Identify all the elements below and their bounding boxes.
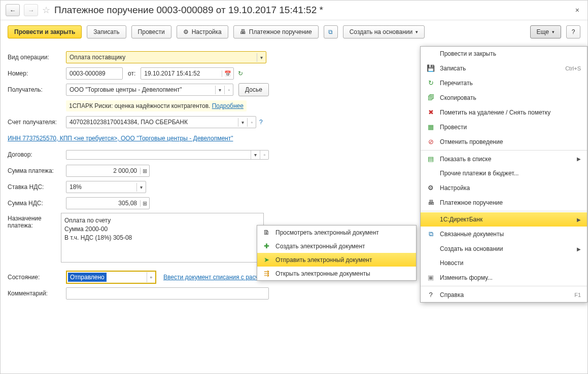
menu-create-based[interactable]: Создать на основании▶ [421, 242, 587, 256]
menu-copy[interactable]: 🗐Скопировать [421, 90, 587, 105]
menu-print[interactable]: 🖶Платежное поручение [421, 195, 587, 210]
post-button[interactable]: Провести [131, 25, 171, 39]
gear-icon: ⚙ [427, 184, 435, 192]
open-icon[interactable]: ▫ [147, 272, 155, 282]
chevron-down-icon[interactable]: ▾ [238, 118, 247, 127]
menu-create-edoc[interactable]: ✚Создать электронный документ [257, 239, 416, 253]
operation-type-label: Вид операции: [8, 54, 66, 61]
recipient-account-label: Счет получателя: [8, 119, 66, 126]
titlebar: ← → ☆ Платежное поручение 0003-000089 от… [1, 1, 587, 20]
post-and-close-button[interactable]: Провести и закрыть [8, 25, 82, 39]
operation-type-combo[interactable]: Оплата поставщику ▾ [66, 51, 266, 63]
form-icon: ▣ [427, 274, 435, 281]
menu-open-edocs[interactable]: ⇶Открыть электронные документы [257, 267, 416, 280]
chevron-down-icon[interactable]: ▾ [251, 151, 260, 159]
contract-combo[interactable]: ▾ ▫ [66, 150, 269, 160]
menu-unpost[interactable]: ⊘Отменить проведение [421, 134, 587, 149]
menu-post-close[interactable]: Провести и закрыть [421, 47, 587, 61]
recipient-label: Получатель: [8, 86, 66, 93]
operation-type-value: Оплата поставщику [66, 52, 257, 63]
payment-sum-label: Сумма платежа: [8, 167, 66, 174]
menu-news[interactable]: Новости [421, 256, 587, 270]
menu-post[interactable]: ▦Провести [421, 120, 587, 134]
send-icon: ➤ [262, 256, 270, 264]
open-icon[interactable]: ▫ [224, 86, 233, 94]
tree-icon: ⧉ [328, 28, 333, 35]
printer-icon: 🖶 [427, 199, 435, 206]
reload-icon: ↻ [427, 79, 435, 87]
menu-reread[interactable]: ↻Перечитать [421, 76, 587, 90]
state-combo[interactable]: Отправлено ▫ [66, 271, 156, 284]
save-icon: 💾 [427, 64, 435, 72]
structure-button[interactable]: ⧉ [324, 25, 338, 39]
chevron-down-icon: ▾ [416, 29, 418, 34]
toolbar: Провести и закрыть Записать Провести ⚙На… [1, 20, 587, 44]
chevron-right-icon: ▶ [577, 156, 581, 162]
payment-purpose-label: Назначение платежа: [8, 213, 61, 229]
number-label: Номер: [8, 70, 66, 77]
chevron-down-icon[interactable]: ▾ [257, 53, 266, 62]
chevron-down-icon: ▾ [552, 29, 555, 34]
contract-label: Договор: [8, 151, 66, 158]
open-icon[interactable]: ▫ [247, 118, 256, 127]
tree-icon: ⧉ [427, 230, 435, 238]
post-icon: ▦ [427, 123, 435, 131]
refresh-icon[interactable]: ↻ [238, 70, 243, 77]
menu-view-edoc[interactable]: 🗎Просмотреть электронный документ [257, 226, 416, 239]
chevron-right-icon: ▶ [577, 217, 581, 222]
vat-rate-combo[interactable]: 18% ▾ [66, 181, 146, 193]
menu-save[interactable]: 💾ЗаписатьCtrl+S [421, 61, 587, 76]
write-button[interactable]: Записать [87, 25, 126, 39]
menu-linked-docs[interactable]: ⧉Связанные документы [421, 227, 587, 242]
menu-change-form[interactable]: ▣Изменить форму... [421, 270, 587, 285]
menu-mark-delete[interactable]: ✖Пометить на удаление / Снять пометку [421, 105, 587, 120]
nav-back-button[interactable]: ← [6, 4, 20, 16]
open-icon[interactable]: ▫ [260, 151, 268, 159]
favorite-star-icon[interactable]: ☆ [42, 5, 50, 16]
menu-settings[interactable]: ⚙Настройка [421, 180, 587, 195]
recipient-inn-link[interactable]: ИНН 7737525570, КПП <не требуется>, ООО … [8, 135, 233, 142]
menu-help[interactable]: ?СправкаF1 [421, 287, 587, 302]
print-button[interactable]: 🖶Платежное поручение [233, 25, 319, 39]
window-title: Платежное поручение 0003-000089 от 19.10… [54, 3, 323, 18]
more-menu: Провести и закрыть 💾ЗаписатьCtrl+S ↻Пере… [420, 46, 587, 303]
help-button[interactable]: ? [566, 25, 580, 39]
spark-risks-text: 1СПАРК Риски: оценка надёжности контраге… [66, 100, 247, 111]
comment-input[interactable] [66, 287, 269, 300]
state-label: Состояние: [8, 274, 66, 281]
settings-button[interactable]: ⚙Настройка [177, 25, 228, 39]
calculator-icon[interactable]: ⊞ [140, 200, 149, 207]
close-icon[interactable]: × [572, 6, 582, 14]
delete-mark-icon: ✖ [427, 108, 435, 116]
gear-icon: ⚙ [183, 28, 189, 35]
chevron-right-icon: ▶ [577, 246, 581, 252]
recipient-account-combo[interactable]: 40702810238170014384, ПАО СБЕРБАНК ▾ ▫ [66, 116, 256, 128]
spark-more-link[interactable]: Подробнее [212, 102, 244, 109]
chevron-down-icon[interactable]: ▾ [215, 86, 224, 94]
payment-purpose-textarea[interactable]: Оплата по счету Сумма 2000-00 В т.ч. НДС… [61, 213, 264, 263]
calculator-icon[interactable]: ⊞ [140, 168, 149, 174]
number-input[interactable]: 0003-000089 [66, 67, 123, 80]
create-based-button[interactable]: Создать на основании▾ [343, 25, 425, 39]
dossier-button[interactable]: Досье [238, 83, 269, 96]
menu-show-in-list[interactable]: ▤Показать в списке▶ [421, 152, 587, 166]
vat-sum-input[interactable]: 305,08 ⊞ [66, 197, 150, 209]
menu-send-edoc[interactable]: ➤Отправить электронный документ [257, 253, 416, 267]
help-icon: ? [427, 291, 435, 298]
comment-label: Комментарий: [8, 290, 66, 297]
menu-other-payments[interactable]: Прочие платежи в бюджет... [421, 166, 587, 180]
directbank-submenu: 🗎Просмотреть электронный документ ✚Созда… [257, 225, 417, 281]
document-icon: 🗎 [262, 229, 270, 236]
recipient-combo[interactable]: ООО "Торговые центры - Девелопмент" ▾ ▫ [66, 84, 233, 96]
menu-directbank[interactable]: 1С:ДиректБанк▶ [421, 212, 587, 227]
copy-icon: 🗐 [427, 94, 435, 101]
date-input[interactable]: 19.10.2017 15:41:52 📅 [141, 67, 234, 80]
payment-sum-input[interactable]: 2 000,00 ⊞ [66, 165, 150, 177]
more-button[interactable]: Еще▾ [530, 25, 561, 39]
account-help-link[interactable]: ? [259, 119, 263, 126]
nav-forward-button[interactable]: → [24, 4, 38, 16]
unpost-icon: ⊘ [427, 138, 435, 145]
calendar-icon[interactable]: 📅 [222, 70, 233, 77]
from-label: от: [128, 70, 135, 77]
chevron-down-icon[interactable]: ▾ [136, 183, 146, 192]
